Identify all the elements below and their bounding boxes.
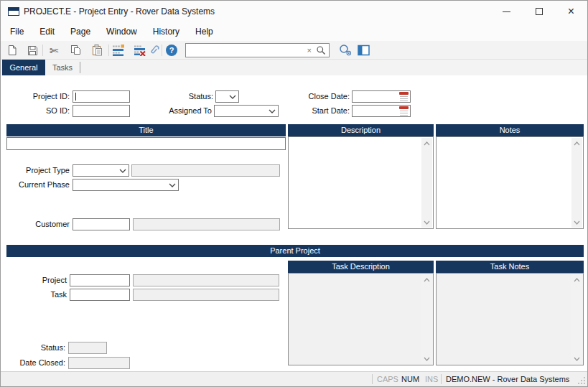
status-dropdown[interactable] (215, 90, 239, 103)
paste-icon (92, 45, 103, 56)
date-closed-readonly (68, 357, 130, 369)
statusbar-separator (372, 374, 373, 384)
parent-status-label: Status: (8, 342, 65, 354)
tab-separator (80, 62, 80, 73)
title-input[interactable] (6, 137, 286, 150)
close-date-field[interactable] (352, 90, 411, 103)
status-label: Status: (163, 90, 213, 103)
close-icon: × (568, 6, 574, 17)
num-indicator: NUM (401, 372, 419, 386)
chevron-down-icon (229, 95, 236, 100)
parent-project-header: Parent Project (6, 245, 584, 257)
tab-strip: General Tasks (1, 60, 587, 75)
parent-project-input[interactable] (70, 274, 130, 286)
menu-window[interactable]: Window (98, 24, 145, 39)
scroll-down-icon[interactable] (572, 354, 582, 363)
menu-page[interactable]: Page (62, 24, 98, 39)
window-title: PROJECT.E - Project Entry - Rover Data S… (24, 1, 215, 22)
parent-status-readonly (68, 342, 107, 354)
task-description-scrollbar[interactable] (421, 274, 432, 364)
parent-task-label: Task (8, 289, 67, 301)
insert-rows-icon (113, 45, 124, 56)
minimize-button[interactable] (490, 1, 523, 22)
help-icon: ? (166, 45, 177, 56)
parent-task-input[interactable] (70, 289, 130, 301)
record-lookup-icon (338, 44, 353, 57)
project-type-dropdown[interactable] (73, 164, 129, 177)
record-lookup-button[interactable] (337, 44, 354, 57)
save-button[interactable] (25, 44, 39, 57)
title-bar: PROJECT.E - Project Entry - Rover Data S… (1, 1, 587, 22)
description-scrollbar[interactable] (421, 138, 432, 228)
statusbar-message: DEMO.NEW - Rover Data Systems (446, 372, 569, 386)
menu-file[interactable]: File (2, 24, 32, 39)
so-id-input[interactable] (73, 105, 130, 117)
parent-project-name-readonly (133, 274, 279, 286)
menu-help[interactable]: Help (187, 24, 221, 39)
caps-indicator: CAPS (377, 372, 398, 386)
maximize-button[interactable] (523, 1, 555, 22)
cut-button[interactable]: ✄ (47, 44, 61, 57)
search-icon[interactable] (316, 45, 326, 55)
notes-header: Notes (436, 124, 584, 136)
help-button[interactable]: ? (164, 44, 179, 57)
tab-tasks[interactable]: Tasks (47, 60, 78, 75)
scroll-up-icon[interactable] (422, 139, 431, 148)
task-description-textarea (288, 273, 434, 365)
insert-rows-button[interactable] (111, 44, 126, 57)
calendar-icon[interactable] (399, 92, 409, 101)
new-document-button[interactable] (5, 44, 19, 57)
description-textarea[interactable] (288, 136, 434, 229)
project-type-label: Project Type (8, 164, 70, 177)
parent-task-name-readonly (133, 289, 279, 301)
scroll-up-icon[interactable] (422, 275, 431, 284)
general-page: Project ID: Status: Close Date: SO ID: A… (1, 75, 587, 371)
customer-input[interactable] (73, 218, 130, 230)
customer-label: Customer (8, 218, 70, 230)
notes-scrollbar[interactable] (571, 138, 582, 228)
scroll-down-icon[interactable] (422, 218, 431, 227)
assigned-to-label: Assigned To (151, 105, 212, 117)
search-clear-icon[interactable]: × (307, 45, 312, 55)
menu-edit[interactable]: Edit (32, 24, 62, 39)
attach-button[interactable] (147, 44, 162, 57)
scroll-up-icon[interactable] (572, 275, 582, 284)
paste-button[interactable] (90, 44, 104, 57)
close-button[interactable]: × (555, 1, 587, 22)
current-phase-label: Current Phase (8, 179, 70, 191)
toolbar-separator (162, 45, 162, 56)
delete-rows-button[interactable] (133, 44, 147, 57)
copy-button[interactable] (68, 44, 83, 57)
start-date-label: Start Date: (295, 105, 350, 117)
minimize-icon (503, 11, 510, 12)
project-id-input[interactable] (73, 90, 130, 103)
chevron-down-icon (169, 183, 176, 188)
scroll-down-icon[interactable] (572, 218, 582, 227)
assigned-to-dropdown[interactable] (214, 105, 279, 117)
panel-layout-button[interactable] (357, 44, 371, 57)
search-input[interactable] (188, 45, 307, 56)
toolbar: ✄ ? × (1, 41, 587, 60)
so-id-label: SO ID: (8, 105, 70, 117)
statusbar-separator (441, 374, 442, 384)
chevron-down-icon (269, 109, 276, 114)
tab-general[interactable]: General (2, 60, 45, 75)
start-date-field[interactable] (352, 105, 411, 117)
task-notes-scrollbar[interactable] (571, 274, 582, 364)
menu-history[interactable]: History (145, 24, 187, 39)
calendar-icon[interactable] (399, 106, 409, 116)
toolbar-search: × (185, 43, 330, 57)
scroll-down-icon[interactable] (422, 354, 431, 363)
description-header: Description (288, 124, 434, 136)
text-caret (75, 93, 76, 101)
scroll-up-icon[interactable] (572, 139, 582, 148)
customer-name-readonly (133, 218, 280, 230)
panel-layout-icon (358, 45, 370, 56)
current-phase-dropdown[interactable] (73, 179, 179, 191)
notes-textarea[interactable] (436, 136, 584, 229)
cut-icon: ✄ (50, 45, 59, 56)
task-notes-header: Task Notes (436, 261, 584, 273)
resize-grip[interactable] (577, 376, 586, 385)
date-closed-label: Date Closed: (8, 357, 65, 369)
toolbar-separator (42, 45, 43, 56)
